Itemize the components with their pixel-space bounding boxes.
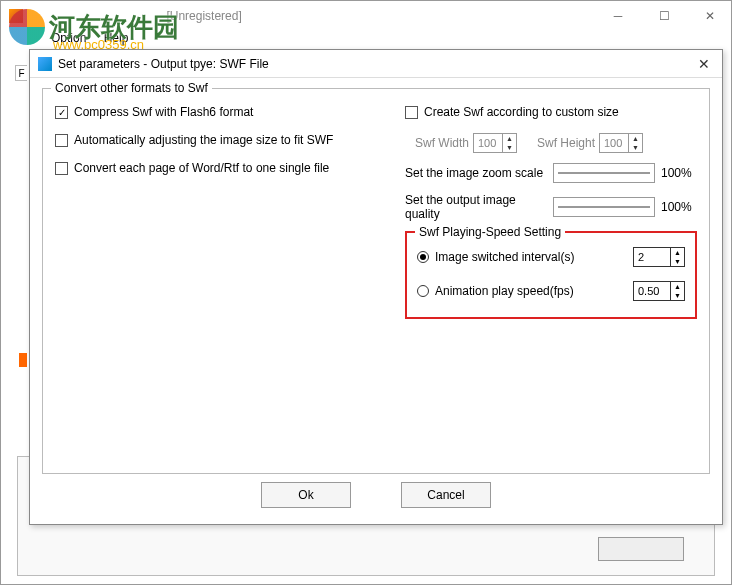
- parameters-dialog: Set parameters - Output tpye: SWF File ✕…: [29, 49, 723, 525]
- menubar: Option Help: [1, 31, 732, 51]
- orange-cursor-icon: [19, 353, 27, 367]
- swf-width-spinner[interactable]: 100▲▼: [473, 133, 517, 153]
- left-tab[interactable]: F: [15, 65, 27, 81]
- dialog-buttons: Ok Cancel: [30, 482, 722, 508]
- close-button[interactable]: ✕: [687, 1, 732, 31]
- dialog-icon: [38, 57, 52, 71]
- convert-groupbox: Convert other formats to Swf Compress Sw…: [42, 88, 710, 474]
- swf-height-spinner[interactable]: 100▲▼: [599, 133, 643, 153]
- compress-checkbox[interactable]: [55, 106, 68, 119]
- bottom-button[interactable]: [598, 537, 684, 561]
- group-legend: Convert other formats to Swf: [51, 81, 212, 95]
- each-page-checkbox[interactable]: [55, 162, 68, 175]
- swf-height-label: Swf Height: [531, 136, 595, 150]
- main-title: xxxx Doc x SxxConverter [Unregistered]: [23, 9, 595, 23]
- custom-size-label: Create Swf according to custom size: [424, 105, 619, 119]
- speed-legend: Swf Playing-Speed Setting: [415, 225, 565, 239]
- main-titlebar: xxxx Doc x SxxConverter [Unregistered] ─…: [1, 1, 732, 31]
- menu-help[interactable]: Help: [104, 31, 129, 45]
- interval-spinner[interactable]: 2▲▼: [633, 247, 685, 267]
- left-column: Compress Swf with Flash6 format Automati…: [55, 105, 395, 189]
- interval-label: Image switched interval(s): [435, 250, 633, 264]
- dialog-titlebar: Set parameters - Output tpye: SWF File ✕: [30, 50, 722, 78]
- compress-label: Compress Swf with Flash6 format: [74, 105, 253, 119]
- dimensions-row: Swf Width 100▲▼ Swf Height 100▲▼: [405, 133, 697, 153]
- cancel-button[interactable]: Cancel: [401, 482, 491, 508]
- quality-value: 100%: [661, 200, 697, 214]
- zoom-scale-slider[interactable]: [553, 163, 655, 183]
- quality-label: Set the output image quality: [405, 193, 553, 221]
- maximize-button[interactable]: ☐: [641, 1, 687, 31]
- dialog-title: Set parameters - Output tpye: SWF File: [58, 57, 694, 71]
- fps-label: Animation play speed(fps): [435, 284, 633, 298]
- swf-width-label: Swf Width: [405, 136, 469, 150]
- quality-slider[interactable]: [553, 197, 655, 217]
- zoom-scale-value: 100%: [661, 166, 697, 180]
- minimize-button[interactable]: ─: [595, 1, 641, 31]
- interval-radio[interactable]: [417, 251, 429, 263]
- speed-groupbox: Swf Playing-Speed Setting Image switched…: [405, 231, 697, 319]
- auto-adjust-label: Automatically adjusting the image size t…: [74, 133, 333, 147]
- right-column: Create Swf according to custom size Swf …: [405, 105, 697, 319]
- fps-spinner[interactable]: 0.50▲▼: [633, 281, 685, 301]
- app-icon: [9, 9, 23, 23]
- auto-adjust-checkbox[interactable]: [55, 134, 68, 147]
- custom-size-checkbox[interactable]: [405, 106, 418, 119]
- fps-radio[interactable]: [417, 285, 429, 297]
- dialog-close-button[interactable]: ✕: [694, 56, 714, 72]
- zoom-scale-label: Set the image zoom scale: [405, 166, 553, 180]
- ok-button[interactable]: Ok: [261, 482, 351, 508]
- each-page-label: Convert each page of Word/Rtf to one sin…: [74, 161, 329, 175]
- menu-option[interactable]: Option: [51, 31, 86, 45]
